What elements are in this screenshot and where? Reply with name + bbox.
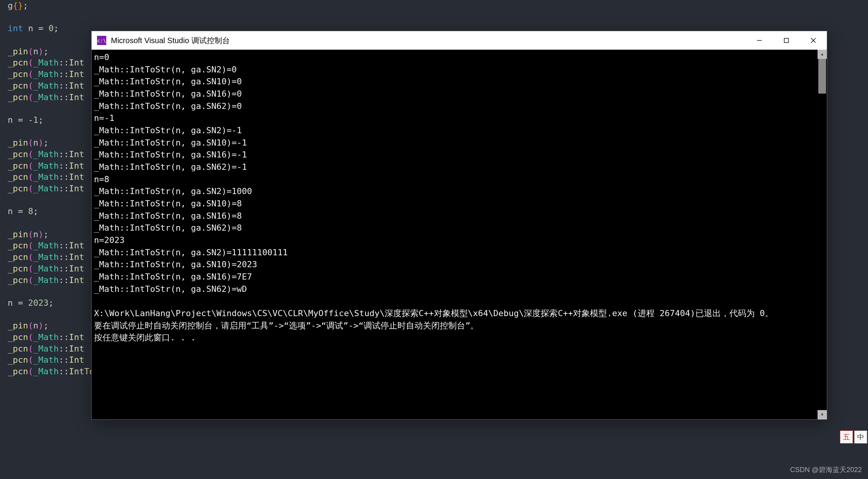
ime-chip-wubi[interactable]: 五 <box>840 430 853 444</box>
debug-console-window: c:\ Microsoft Visual Studio 调试控制台 n=0 _M… <box>91 31 827 420</box>
code-line[interactable] <box>8 12 868 23</box>
close-button[interactable] <box>800 31 827 50</box>
ime-chip-zh[interactable]: 中 <box>854 430 867 444</box>
svg-rect-1 <box>784 39 789 43</box>
console-body[interactable]: n=0 _Math::IntToStr(n, ga.SN2)=0 _Math::… <box>92 50 827 419</box>
console-scrollbar[interactable]: ▲ ▼ <box>818 50 827 419</box>
code-line[interactable]: g{}; <box>8 0 868 12</box>
titlebar[interactable]: c:\ Microsoft Visual Studio 调试控制台 <box>92 31 827 50</box>
scrollbar-thumb[interactable] <box>818 59 826 94</box>
watermark: CSDN @碧海蓝天2022 <box>790 465 862 474</box>
titlebar-app-icon-text: c:\ <box>97 38 106 44</box>
scrollbar-down-icon[interactable]: ▼ <box>818 410 827 419</box>
titlebar-app-icon: c:\ <box>97 36 106 45</box>
maximize-button[interactable] <box>773 31 800 50</box>
scrollbar-up-icon[interactable]: ▲ <box>818 50 827 59</box>
minimize-button[interactable] <box>746 31 773 50</box>
window-title: Microsoft Visual Studio 调试控制台 <box>111 35 746 46</box>
console-output: n=0 _Math::IntToStr(n, ga.SN2)=0 _Math::… <box>94 51 817 344</box>
ime-indicator[interactable]: 五 中 <box>840 430 867 444</box>
